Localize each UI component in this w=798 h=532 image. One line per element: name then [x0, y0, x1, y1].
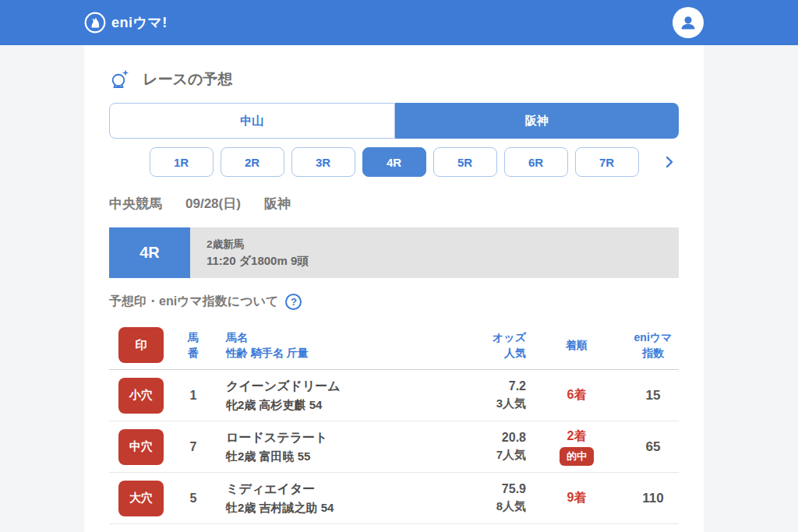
meta-venue: 阪神	[264, 195, 291, 213]
odds-value: 75.9	[433, 482, 526, 496]
horse-number: 5	[175, 491, 212, 506]
tab-label: 阪神	[525, 114, 549, 129]
horse-name-cell: ミディエイター 牡2歳 吉村誠之助 54	[212, 481, 433, 516]
result-place: 2着	[526, 428, 627, 445]
horse-name: クイーンズドリーム	[226, 379, 433, 395]
header-mark-badge: 印	[118, 327, 164, 363]
user-avatar-button[interactable]	[673, 7, 704, 38]
race-button-3r[interactable]: 3R	[291, 147, 355, 177]
odds-value: 20.8	[433, 431, 526, 445]
popularity: 7人気	[433, 448, 526, 463]
table-row[interactable]: 小穴 1 クイーンズドリーム 牝2歳 高杉吏麒 54 7.2 3人気 6着 15	[109, 370, 679, 421]
table-row[interactable]: 中穴 7 ロードステラート 牡2歳 富田暁 55 20.8 7人気 2着 的中 …	[109, 421, 679, 473]
chevron-right-icon[interactable]	[660, 153, 679, 171]
race-meta-row: 中央競馬 09/28(日) 阪神	[109, 195, 679, 213]
race-banner: 4R 2歳新馬 11:20 ダ1800m 9頭	[109, 227, 679, 278]
race-banner-name: 2歳新馬	[207, 238, 679, 252]
race-banner-info: 2歳新馬 11:20 ダ1800m 9頭	[190, 227, 679, 278]
index-cell: 110	[627, 491, 679, 506]
content-card: レースの予想 中山 阪神 1R 2R 3R 4R 5R 6R 7R 中央競馬 0…	[84, 45, 704, 532]
horse-detail: 牡2歳 吉村誠之助 54	[226, 501, 433, 516]
venue-tab-bar: 中山 阪神	[109, 103, 679, 139]
eniuma-index: 65	[646, 439, 661, 454]
meta-date: 09/28(日)	[185, 195, 241, 213]
horse-name: ロードステラート	[226, 430, 433, 446]
help-icon[interactable]: ?	[285, 294, 302, 310]
result-place: 9着	[526, 490, 627, 506]
eniuma-index: 15	[646, 388, 661, 403]
race-button-4r[interactable]: 4R	[362, 147, 426, 177]
tab-venue-hanshin[interactable]: 阪神	[395, 103, 680, 139]
header-result: 着順	[526, 337, 627, 353]
result-cell: 9着	[526, 490, 627, 506]
race-button-2r[interactable]: 2R	[221, 147, 284, 177]
horse-detail: 牡2歳 富田暁 55	[226, 449, 433, 464]
header-odds: オッズ人気	[433, 329, 526, 361]
race-number-bar: 1R 2R 3R 4R 5R 6R 7R	[109, 147, 679, 177]
prediction-table: 印 馬番 馬名性齢 騎手名 斤量 オッズ人気 着順 eniウマ指数 小穴 1 ク…	[109, 321, 679, 524]
app-logo[interactable]: eniウマ!	[84, 12, 168, 33]
horse-name-cell: ロードステラート 牡2歳 富田暁 55	[212, 430, 433, 464]
race-banner-details: 11:20 ダ1800m 9頭	[207, 254, 679, 269]
race-button-1r[interactable]: 1R	[150, 147, 214, 177]
odds-cell: 20.8 7人気	[433, 431, 526, 463]
index-cell: 65	[627, 439, 679, 455]
odds-cell: 75.9 8人気	[433, 482, 526, 514]
page-title-row: レースの予想	[109, 69, 679, 90]
odds-value: 7.2	[433, 379, 526, 393]
result-place: 6着	[526, 387, 627, 403]
table-header-row: 印 馬番 馬名性齢 騎手名 斤量 オッズ人気 着順 eniウマ指数	[109, 321, 679, 370]
mark-badge: 小穴	[118, 378, 164, 414]
race-button-6r[interactable]: 6R	[504, 147, 568, 177]
app-header: eniウマ!	[0, 0, 798, 45]
crystal-ball-icon	[109, 69, 130, 90]
horse-detail: 牝2歳 高杉吏麒 54	[226, 398, 433, 413]
page-title: レースの予想	[143, 69, 232, 90]
mark-badge: 中穴	[118, 429, 164, 465]
about-row: 予想印・eniウマ指数について ?	[109, 294, 679, 310]
horse-icon	[84, 12, 106, 33]
tab-label: 中山	[240, 114, 263, 129]
popularity: 3人気	[433, 396, 526, 411]
header-horse-name: 馬名性齢 騎手名 斤量	[212, 329, 433, 361]
eniuma-index: 110	[642, 491, 663, 506]
index-cell: 15	[627, 388, 679, 403]
horse-number: 1	[175, 389, 212, 403]
tab-venue-nakayama[interactable]: 中山	[109, 103, 395, 139]
popularity: 8人気	[433, 499, 526, 514]
race-button-7r[interactable]: 7R	[575, 147, 639, 177]
mark-badge: 大穴	[118, 481, 164, 516]
header-horse-number: 馬番	[175, 329, 212, 361]
meta-category: 中央競馬	[109, 195, 162, 213]
horse-name: ミディエイター	[226, 481, 433, 498]
result-cell: 2着 的中	[526, 428, 627, 466]
table-row[interactable]: 大穴 5 ミディエイター 牡2歳 吉村誠之助 54 75.9 8人気 9着 11…	[109, 473, 679, 524]
app-logo-text: eniウマ!	[111, 13, 168, 32]
horse-number: 7	[175, 440, 212, 454]
race-banner-number: 4R	[109, 227, 190, 278]
about-label: 予想印・eniウマ指数について	[109, 294, 278, 310]
odds-cell: 7.2 3人気	[433, 379, 526, 411]
result-cell: 6着	[526, 387, 627, 403]
user-icon	[678, 12, 698, 33]
hit-badge: 的中	[560, 447, 594, 466]
horse-name-cell: クイーンズドリーム 牝2歳 高杉吏麒 54	[212, 379, 433, 413]
header-index: eniウマ指数	[627, 329, 679, 361]
race-button-5r[interactable]: 5R	[433, 147, 497, 177]
